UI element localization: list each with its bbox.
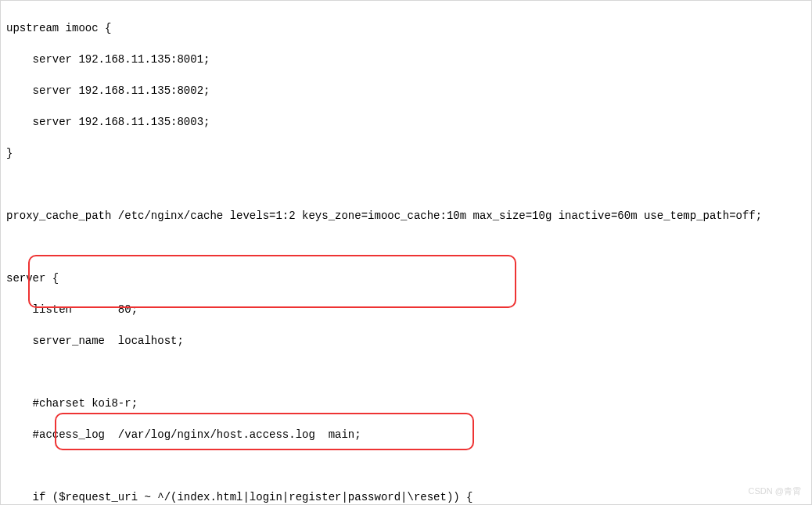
code-line <box>6 177 806 192</box>
code-line: server 192.168.11.135:8003; <box>6 114 806 130</box>
code-line: server { <box>6 270 806 286</box>
code-line: server_name localhost; <box>6 333 806 349</box>
watermark: CSDN @青霄 <box>749 483 801 499</box>
code-line: #access_log /var/log/nginx/host.access.l… <box>6 427 806 442</box>
code-line: proxy_cache_path /etc/nginx/cache levels… <box>6 208 806 224</box>
code-line <box>6 364 806 380</box>
code-line <box>6 458 806 474</box>
nginx-config-code: upstream imooc { server 192.168.11.135:8… <box>0 0 812 505</box>
code-line: server 192.168.11.135:8001; <box>6 52 806 67</box>
code-line: upstream imooc { <box>6 20 806 36</box>
code-line: } <box>6 145 806 161</box>
code-line: listen 80; <box>6 302 806 317</box>
code-line: server 192.168.11.135:8002; <box>6 83 806 98</box>
code-line <box>6 239 806 255</box>
code-line: #charset koi8-r; <box>6 396 806 411</box>
code-line: if ($request_uri ~ ^/(index.html|login|r… <box>6 489 806 505</box>
